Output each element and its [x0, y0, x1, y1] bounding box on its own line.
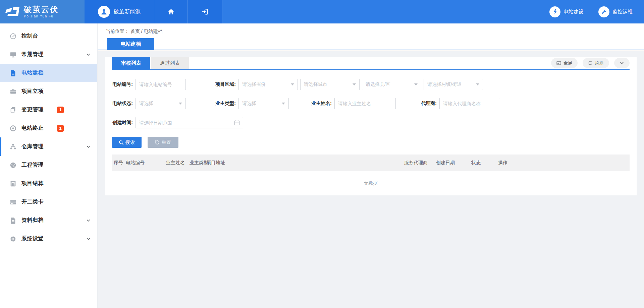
col-service-agent: 服务代理商: [402, 160, 434, 166]
date-range-input[interactable]: [136, 117, 243, 128]
brand-logo-icon: [5, 6, 20, 17]
owner-type-select[interactable]: 请选择: [238, 98, 289, 109]
filter-actions: 搜索 重置: [112, 137, 630, 148]
city-select[interactable]: 请选择城市: [300, 79, 360, 90]
sidebar-item-console[interactable]: 控制台: [0, 27, 97, 45]
breadcrumb-bar: 当前位置： 首页 / 电站建档 电站建档: [98, 23, 644, 50]
col-station-no: 电站编号: [124, 160, 164, 166]
agent-label: 代理商:: [417, 101, 437, 107]
dashboard-icon: [9, 32, 17, 40]
created-time-label: 创建时间:: [112, 120, 133, 126]
collapse-button[interactable]: [614, 58, 630, 68]
sitemap-icon: [9, 143, 17, 151]
station-no-label: 电站编号:: [112, 81, 133, 87]
brand-text: 破茧云伏 Po Jian Yun Fu: [24, 5, 59, 18]
caret-down-icon: [179, 103, 182, 105]
topbar: 破茧云伏 Po Jian Yun Fu 破茧新能源: [0, 0, 644, 23]
lightning-icon: [549, 6, 560, 17]
card-icon: [9, 198, 17, 206]
status-badge: 1: [57, 125, 64, 132]
breadcrumb-prefix: 当前位置：: [106, 28, 129, 34]
login-arrow-icon: [201, 8, 209, 16]
agent-input[interactable]: [439, 98, 500, 109]
breadcrumb-path[interactable]: 首页 / 电站建档: [130, 28, 163, 34]
sidebar-item-engineering-mgmt[interactable]: 工程管理: [0, 156, 97, 174]
filter-row-2: 电站状态: 请选择 业主类型: 请选择 业主姓名:: [112, 98, 630, 109]
sidebar-item-station-filing[interactable]: 电站建档: [0, 64, 97, 82]
col-created-date: 创建日期: [434, 160, 470, 166]
document-icon: [9, 69, 17, 77]
module-construction[interactable]: 电站建设: [549, 6, 584, 17]
sidebar-item-project-settlement[interactable]: 项目结算: [0, 174, 97, 193]
station-filing-panel: 审核列表 通过列表 全屏: [105, 57, 637, 195]
logout-button[interactable]: [188, 0, 222, 23]
user-menu[interactable]: 破茧新能源: [85, 0, 154, 23]
page-tab-station-filing[interactable]: 电站建档: [107, 38, 154, 50]
owner-name-label: 业主姓名:: [308, 101, 332, 107]
chevron-down-icon: [86, 218, 91, 223]
monitor-icon: [9, 51, 17, 59]
module-monitoring[interactable]: 监控运维: [598, 6, 633, 17]
station-no-input[interactable]: [136, 79, 186, 90]
brand-name: 破茧云伏: [24, 5, 59, 14]
sidebar-item-system-settings[interactable]: 系统设置: [0, 230, 97, 248]
col-owner-name: 业主姓名: [164, 160, 188, 166]
calendar-icon[interactable]: [234, 120, 240, 126]
refresh-button[interactable]: 刷新: [583, 58, 609, 68]
station-status-select[interactable]: 请选择: [136, 98, 186, 109]
status-badge: 1: [57, 107, 64, 113]
chevron-down-icon: [620, 61, 624, 65]
main-area: 当前位置： 首页 / 电站建档 电站建档 审核列表 通过列表: [98, 23, 644, 308]
sidebar-item-general-mgmt[interactable]: 常规管理: [0, 45, 97, 64]
fullscreen-button[interactable]: 全屏: [551, 58, 578, 68]
briefcase-icon: [9, 87, 17, 96]
topbar-modules: 电站建设 监控运维: [549, 0, 644, 23]
brand-logo: 破茧云伏 Po Jian Yun Fu: [0, 0, 85, 23]
search-icon: [119, 140, 123, 145]
caret-down-icon: [282, 103, 285, 105]
sidebar: 控制台 常规管理: [0, 23, 98, 308]
module-construction-label: 电站建设: [564, 9, 584, 15]
search-button[interactable]: 搜索: [112, 137, 142, 148]
province-select[interactable]: 请选择省份: [238, 79, 298, 90]
tab-review-list[interactable]: 审核列表: [112, 57, 150, 69]
caret-down-icon: [353, 83, 356, 85]
archive-doc-icon: [9, 217, 17, 225]
calculator-icon: [9, 180, 17, 188]
town-select[interactable]: 请选择村镇/街道: [424, 79, 483, 90]
reset-button[interactable]: 重置: [148, 137, 178, 148]
gear-icon: [9, 235, 17, 243]
wrench-icon: [598, 6, 609, 17]
sidebar-item-change-mgmt[interactable]: 变更管理 1: [0, 101, 97, 119]
col-seq: 序号: [112, 160, 124, 166]
filter-row-1: 电站编号: 项目区域: 请选择省份 请选择城市: [112, 79, 630, 90]
owner-type-label: 业主类型:: [214, 101, 236, 107]
fullscreen-icon: [556, 61, 561, 65]
date-range-field: [136, 117, 243, 128]
sidebar-item-project-initiation[interactable]: 项目立项: [0, 82, 97, 101]
home-icon: [167, 8, 175, 16]
panel-tabbar: 审核列表 通过列表 全屏: [112, 57, 630, 70]
col-project-address: 项目地址: [205, 160, 402, 166]
filter-row-3: 创建时间:: [112, 117, 630, 128]
company-name: 破茧新能源: [114, 8, 141, 15]
reset-icon: [155, 140, 160, 145]
station-status-label: 电站状态:: [112, 101, 133, 107]
empty-state: 无数据: [112, 171, 630, 195]
col-status: 状态: [470, 160, 496, 166]
sidebar-item-station-termination[interactable]: 电站终止 1: [0, 119, 97, 137]
district-select[interactable]: 请选择县/区: [362, 79, 421, 90]
panel-tools: 全屏 刷新: [551, 58, 630, 68]
sidebar-item-open-card[interactable]: 开二类卡: [0, 193, 97, 211]
person-icon: [100, 8, 108, 16]
home-button[interactable]: [154, 0, 188, 23]
tab-passed-list[interactable]: 通过列表: [151, 57, 189, 69]
table-header: 序号 电站编号 业主姓名 业主类型 项目地址 服务代理商 创建日期 状态 操作: [112, 155, 630, 171]
brand-subtitle: Po Jian Yun Fu: [24, 14, 59, 18]
app-window: 破茧云伏 Po Jian Yun Fu 破茧新能源: [0, 0, 644, 308]
sidebar-item-warehouse-mgmt[interactable]: 仓库管理: [0, 137, 97, 156]
owner-name-input[interactable]: [334, 98, 396, 109]
topbar-nav: 破茧新能源: [85, 0, 222, 23]
chevron-down-icon: [86, 52, 91, 57]
sidebar-item-data-archive[interactable]: 资料归档: [0, 211, 97, 230]
